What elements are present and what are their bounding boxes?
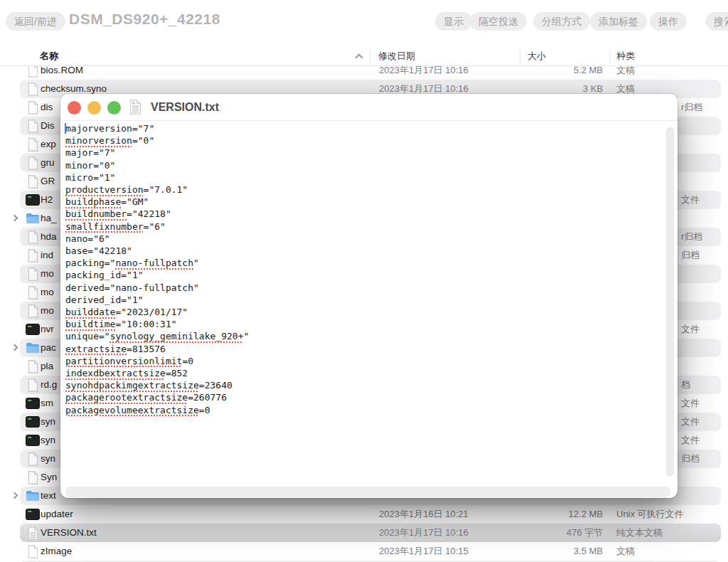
file-date: 2023年1月17日 10:15 bbox=[379, 542, 469, 561]
file-name: syn bbox=[41, 431, 55, 450]
minimize-window-icon[interactable] bbox=[87, 101, 101, 115]
file-name: mo bbox=[41, 283, 54, 302]
preview-line: extractsize=813576 bbox=[65, 343, 249, 355]
executable-icon bbox=[26, 322, 40, 336]
file-name: hda bbox=[41, 228, 57, 246]
file-name: nvr bbox=[41, 320, 54, 339]
preview-line: buildnumber="42218" bbox=[65, 208, 249, 220]
file-size: 3.5 MB bbox=[503, 542, 603, 561]
group-by-button[interactable]: 分组方式 bbox=[533, 12, 590, 31]
preview-line: minor="0" bbox=[65, 159, 249, 171]
preview-line: majorversion="7" bbox=[65, 122, 249, 134]
airdrop-button[interactable]: 隔空投送 bbox=[470, 12, 527, 31]
file-name: syn bbox=[41, 450, 55, 468]
disclosure-chevron-icon[interactable] bbox=[11, 492, 18, 499]
file-name: mo bbox=[41, 265, 54, 283]
file-kind: Unix 可执行文件 bbox=[616, 505, 684, 524]
preview-line: buildphase="GM" bbox=[65, 196, 249, 208]
file-size: 476 字节 bbox=[503, 524, 603, 542]
sort-ascending-icon[interactable] bbox=[355, 53, 363, 61]
search-button[interactable]: 搜索 bbox=[705, 12, 728, 31]
file-icon bbox=[26, 378, 40, 392]
column-header-name[interactable]: 名称 bbox=[40, 47, 58, 65]
file-name: VERSION.txt bbox=[41, 524, 97, 542]
column-divider[interactable] bbox=[520, 50, 520, 63]
preview-line: unique="synology_geminilake_920+" bbox=[65, 330, 249, 342]
file-name: gru bbox=[41, 154, 55, 172]
file-row[interactable]: updater2023年1月16日 10:2112.2 MBUnix 可执行文件 bbox=[0, 505, 728, 524]
preview-line: nano="6" bbox=[65, 233, 249, 245]
zoom-window-icon[interactable] bbox=[107, 101, 121, 115]
preview-titlebar[interactable]: VERSION.txt bbox=[60, 94, 678, 121]
file-kind: 文件 bbox=[681, 431, 700, 450]
file-kind: 归档 bbox=[681, 450, 700, 468]
column-header-date[interactable]: 修改日期 bbox=[378, 47, 415, 65]
text-file-icon bbox=[129, 100, 141, 117]
file-kind: r归档 bbox=[681, 228, 702, 246]
preview-line: smallfixnumber="6" bbox=[65, 221, 249, 233]
file-icon bbox=[26, 119, 40, 133]
misspelled-text: packagerootextractsize bbox=[65, 392, 188, 403]
executable-icon bbox=[26, 433, 40, 447]
file-name: pla bbox=[41, 357, 53, 376]
file-date: 2023年1月17日 10:16 bbox=[379, 524, 469, 542]
file-icon bbox=[26, 267, 40, 281]
file-icon bbox=[26, 452, 40, 466]
file-kind: r归档 bbox=[681, 98, 702, 117]
view-button[interactable]: 显示 bbox=[435, 12, 472, 31]
file-icon bbox=[26, 304, 40, 318]
misspelled-text: buildtime bbox=[65, 319, 115, 329]
preview-line: synohdpackimgextractsize=23640 bbox=[65, 379, 249, 391]
file-icon bbox=[26, 82, 40, 96]
preview-line: indexdbextractsize=852 bbox=[65, 367, 249, 379]
file-name: rd.g bbox=[41, 376, 57, 394]
preview-line: packing="nano-fullpatch" bbox=[65, 257, 249, 269]
window-title: DSM_DS920+_42218 bbox=[69, 11, 220, 28]
file-icon bbox=[26, 174, 40, 189]
horizontal-scrollbar[interactable] bbox=[65, 487, 670, 497]
executable-icon bbox=[26, 415, 40, 429]
preview-line: minorversion="0" bbox=[65, 134, 249, 147]
file-icon bbox=[26, 544, 40, 558]
file-name: text bbox=[41, 487, 56, 505]
misspelled-text: minorversion bbox=[65, 135, 132, 146]
file-icon bbox=[26, 359, 40, 373]
action-button[interactable]: 操作 bbox=[650, 12, 687, 31]
executable-icon bbox=[26, 193, 40, 207]
file-size: 12.2 MB bbox=[503, 505, 603, 524]
file-kind: 文件 bbox=[681, 394, 700, 413]
file-icon bbox=[26, 137, 40, 152]
file-date: 2023年1月16日 10:21 bbox=[379, 505, 469, 524]
vertical-scrollbar[interactable] bbox=[666, 127, 674, 476]
file-icon bbox=[26, 470, 40, 484]
preview-line: micro="1" bbox=[65, 171, 249, 184]
column-header-size[interactable]: 大小 bbox=[528, 47, 546, 65]
column-header-kind[interactable]: 种类 bbox=[616, 47, 635, 65]
file-row[interactable]: zImage2023年1月17日 10:153.5 MB文稿 bbox=[0, 542, 728, 561]
back-forward-button[interactable]: 返回/前进 bbox=[6, 12, 65, 31]
preview-line: major="7" bbox=[65, 147, 249, 159]
preview-text-area[interactable]: majorversion="7"minorversion="0"major="7… bbox=[60, 122, 678, 498]
column-divider[interactable] bbox=[609, 50, 610, 63]
folder-icon bbox=[26, 489, 40, 503]
file-kind: 文件 bbox=[681, 413, 700, 431]
file-row[interactable]: VERSION.txt2023年1月17日 10:16476 字节纯文本文稿 bbox=[0, 524, 728, 542]
add-tags-button[interactable]: 添加标签 bbox=[590, 12, 647, 31]
preview-line: productversion="7.0.1" bbox=[65, 184, 249, 196]
close-window-icon[interactable] bbox=[68, 101, 81, 115]
text-file-icon bbox=[26, 526, 40, 540]
file-name: H2 bbox=[41, 191, 53, 209]
file-icon bbox=[26, 156, 40, 170]
disclosure-chevron-icon[interactable] bbox=[11, 344, 18, 351]
file-name: updater bbox=[41, 505, 73, 524]
disclosure-chevron-icon[interactable] bbox=[11, 215, 18, 222]
misspelled-text: buildphase bbox=[65, 196, 121, 207]
misspelled-text: productversion bbox=[65, 184, 144, 195]
misspelled-text: nano-fullpatch bbox=[115, 258, 193, 268]
misspelled-text: indexdbextractsize bbox=[65, 368, 166, 378]
file-kind: 文稿 bbox=[616, 542, 635, 561]
misspelled-text: builddate bbox=[65, 307, 115, 317]
quicklook-preview-window: VERSION.txt majorversion="7"minorversion… bbox=[60, 94, 678, 498]
column-divider[interactable] bbox=[370, 50, 370, 63]
preview-line: derived_id="1" bbox=[65, 294, 249, 306]
